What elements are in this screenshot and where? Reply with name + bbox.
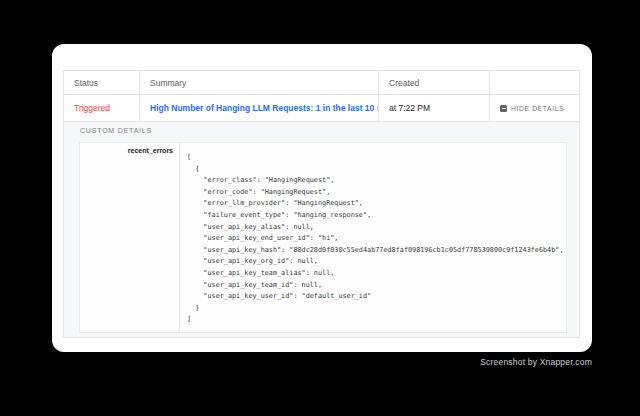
created-cell: at 7:22 PM [379, 95, 490, 121]
created-timestamp: at 7:22 PM [389, 103, 430, 113]
summary-cell: High Number of Hanging LLM Requests: 1 i… [140, 95, 379, 121]
hide-details-label: HIDE DETAILS [511, 105, 564, 112]
column-header-created: Created [379, 71, 490, 94]
xnapper-watermark: Screenshot by Xnapper.com [480, 357, 592, 367]
status-badge: Triggered [74, 103, 110, 113]
actions-cell: HIDE DETAILS [490, 95, 579, 121]
status-cell: Triggered [64, 95, 140, 121]
column-header-actions [490, 71, 579, 94]
custom-details-label: CUSTOM DETAILS [80, 127, 579, 137]
alerts-table: Status Summary Created Triggered High Nu… [63, 70, 580, 338]
detail-json-value: [ { "error_class": "HangingRequest", "er… [180, 143, 566, 332]
custom-details-panel: CUSTOM DETAILS recent_errors [ { "error_… [63, 122, 580, 338]
details-code-box: recent_errors [ { "error_class": "Hangin… [79, 142, 567, 333]
column-header-summary: Summary [140, 71, 379, 94]
minus-square-icon [500, 105, 507, 112]
summary-link[interactable]: High Number of Hanging LLM Requests: 1 i… [150, 103, 379, 113]
detail-field-name: recent_errors [80, 143, 180, 332]
alert-details-card: Status Summary Created Triggered High Nu… [52, 44, 592, 352]
hide-details-button[interactable]: HIDE DETAILS [500, 105, 564, 112]
column-header-status: Status [64, 71, 140, 94]
table-header-row: Status Summary Created [63, 70, 580, 95]
alert-table-row: Triggered High Number of Hanging LLM Req… [63, 95, 580, 122]
